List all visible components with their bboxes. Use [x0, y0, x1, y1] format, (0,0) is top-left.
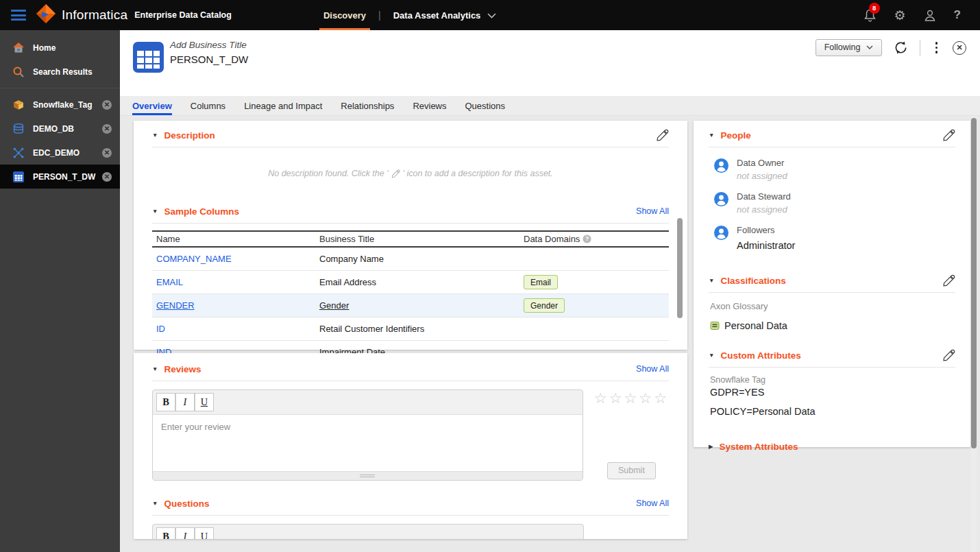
- reviews-questions-card: ▼ Reviews Show All B I U ☆☆☆☆☆ Submit: [134, 353, 687, 539]
- questions-show-all-link[interactable]: Show All: [636, 499, 669, 508]
- sample-columns-body: COMPANY_NAMECompany NameEMAILEmail Addre…: [152, 248, 669, 364]
- editor-toolbar: B I U: [153, 525, 583, 539]
- table-row[interactable]: COMPANY_NAMECompany Name: [152, 248, 669, 271]
- star-icon[interactable]: ☆: [594, 390, 609, 406]
- sidebar-item-search-results[interactable]: Search Results: [0, 60, 120, 84]
- edit-description-pencil-icon[interactable]: [656, 129, 669, 142]
- star-icon[interactable]: ☆: [609, 390, 624, 406]
- edit-classifications-pencil-icon[interactable]: [942, 274, 955, 287]
- collapse-icon[interactable]: ▼: [152, 365, 158, 372]
- edit-people-pencil-icon[interactable]: [942, 129, 955, 142]
- glossary-term-icon: [710, 321, 720, 331]
- table-row[interactable]: EMAILEmail AddressEmail: [152, 271, 669, 294]
- close-icon[interactable]: ✕: [102, 124, 112, 134]
- editor-resize-handle[interactable]: [153, 471, 583, 480]
- tab-questions[interactable]: Questions: [465, 96, 506, 115]
- sidebar-item-person_t_dw[interactable]: PERSON_T_DW✕: [0, 165, 120, 189]
- home-icon: [12, 43, 24, 53]
- sidebar-divider: [0, 88, 120, 88]
- custom-attribute-value: GDPR=YES: [710, 387, 955, 398]
- data-domain-cell: Email: [524, 275, 669, 289]
- collapse-icon[interactable]: ▼: [709, 352, 714, 359]
- section-title: Reviews: [164, 364, 201, 374]
- chevron-down-icon[interactable]: [487, 10, 496, 21]
- add-business-title[interactable]: Add Business Title: [170, 40, 248, 50]
- topbar-actions: 8 ⚙ ?: [863, 8, 980, 23]
- sidebar-item-edc_demo[interactable]: EDC_DEMO✕: [0, 141, 120, 165]
- help-icon[interactable]: ?: [954, 8, 961, 22]
- right-scrollbar-thumb[interactable]: [971, 118, 977, 448]
- star-icon[interactable]: ☆: [624, 390, 639, 406]
- sidebar-item-home[interactable]: Home: [0, 36, 120, 60]
- collapse-icon[interactable]: ▼: [152, 208, 158, 215]
- network-icon: [12, 147, 24, 158]
- tab-lineage-and-impact[interactable]: Lineage and Impact: [244, 96, 322, 115]
- nav-item-discovery[interactable]: Discovery: [314, 0, 376, 30]
- kebab-menu-icon[interactable]: [931, 40, 942, 55]
- sidebar-item-snowflake_tag[interactable]: Snowflake_Tag✕: [0, 93, 120, 117]
- bell-icon[interactable]: 8: [863, 8, 877, 23]
- top-bar: Informatica Enterprise Data Catalog Disc…: [0, 0, 980, 30]
- brand-name: Informatica: [62, 8, 127, 23]
- description-empty-text: No description found. Click the ' ' icon…: [152, 147, 669, 200]
- refresh-icon[interactable]: [893, 40, 909, 56]
- reviews-show-all-link[interactable]: Show All: [636, 364, 669, 374]
- collapse-icon[interactable]: ▼: [152, 132, 158, 139]
- sample-columns-section-header: ▼ Sample Columns Show All: [152, 200, 669, 223]
- reviews-section-header: ▼ Reviews Show All: [152, 357, 669, 381]
- tab-reviews[interactable]: Reviews: [413, 96, 446, 115]
- table-row[interactable]: IDRetail Customer Identifiers: [152, 317, 669, 341]
- column-name-link[interactable]: ID: [156, 324, 165, 334]
- submit-button[interactable]: Submit: [607, 462, 656, 479]
- table-row[interactable]: GENDERGenderGender: [152, 294, 669, 317]
- data-domain-badge[interactable]: Gender: [524, 298, 565, 313]
- close-icon[interactable]: ✕: [953, 41, 966, 55]
- review-input[interactable]: [153, 415, 583, 471]
- edit-custom-attributes-pencil-icon[interactable]: [942, 349, 955, 362]
- people-entry: Data Stewardnot assigned: [714, 191, 955, 215]
- user-icon[interactable]: [924, 9, 936, 22]
- person-role-label: Followers: [737, 225, 795, 235]
- italic-button[interactable]: I: [175, 393, 195, 411]
- sample-columns-show-all-link[interactable]: Show All: [636, 206, 669, 216]
- help-circle-icon[interactable]: ?: [583, 235, 591, 243]
- collapse-icon[interactable]: ▼: [152, 500, 158, 507]
- cube-icon: [12, 99, 24, 110]
- star-icon[interactable]: ☆: [654, 390, 669, 406]
- business-title-cell: Retail Customer Identifiers: [319, 324, 524, 334]
- sidebar-item-demo_db[interactable]: DEMO_DB✕: [0, 117, 120, 141]
- gear-icon[interactable]: ⚙: [894, 9, 906, 22]
- column-header-name: Name: [156, 234, 319, 244]
- italic-button[interactable]: I: [175, 527, 195, 539]
- bold-button[interactable]: B: [156, 527, 175, 539]
- tab-columns[interactable]: Columns: [191, 96, 225, 115]
- close-icon[interactable]: ✕: [102, 148, 112, 158]
- bold-button[interactable]: B: [156, 393, 175, 411]
- close-icon[interactable]: ✕: [102, 100, 112, 110]
- section-title: Custom Attributes: [720, 350, 800, 361]
- classification-item[interactable]: Personal Data: [710, 320, 955, 331]
- star-icon[interactable]: ☆: [639, 390, 654, 406]
- nav-item-data-asset-analytics[interactable]: Data Asset Analytics: [384, 0, 506, 30]
- section-title: Sample Columns: [164, 206, 239, 217]
- main-scrollbar-thumb[interactable]: [677, 218, 683, 318]
- tab-relationships[interactable]: Relationships: [341, 96, 394, 115]
- collapse-icon[interactable]: ▼: [709, 277, 714, 284]
- glossary-group-label: Axon Glossary: [710, 301, 955, 311]
- tab-overview[interactable]: Overview: [132, 96, 172, 115]
- underline-button[interactable]: U: [195, 527, 214, 539]
- column-name-link[interactable]: EMAIL: [156, 277, 183, 287]
- column-name-link[interactable]: GENDER: [156, 300, 195, 311]
- column-name-link[interactable]: COMPANY_NAME: [156, 254, 232, 264]
- collapse-icon[interactable]: ▼: [709, 132, 714, 139]
- following-button[interactable]: Following: [816, 39, 882, 56]
- section-title: Description: [164, 130, 215, 141]
- data-domain-badge[interactable]: Email: [524, 275, 558, 289]
- right-scrollbar[interactable]: [971, 116, 977, 552]
- close-icon[interactable]: ✕: [102, 172, 112, 182]
- underline-button[interactable]: U: [195, 393, 214, 411]
- menu-icon[interactable]: [11, 10, 26, 21]
- asset-header: Add Business Title PERSON_T_DW >> Snowfl…: [120, 30, 980, 96]
- expand-icon[interactable]: ▶: [709, 443, 713, 450]
- section-title: Questions: [164, 499, 209, 509]
